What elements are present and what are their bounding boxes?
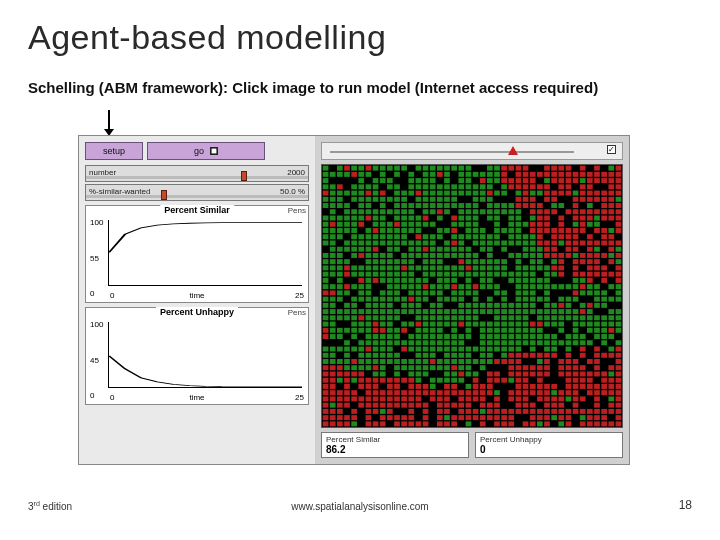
svg-rect-786 xyxy=(566,303,572,308)
svg-rect-60 xyxy=(544,172,550,177)
svg-rect-822 xyxy=(544,309,550,314)
svg-rect-1005 xyxy=(580,340,586,345)
svg-rect-154 xyxy=(458,191,464,196)
svg-rect-214 xyxy=(380,203,386,208)
svg-rect-735 xyxy=(394,297,400,302)
svg-rect-831 xyxy=(323,315,329,320)
svg-rect-1081 xyxy=(358,359,364,364)
svg-rect-940 xyxy=(323,334,329,339)
svg-rect-777 xyxy=(494,303,500,308)
svg-rect-109 xyxy=(387,184,393,189)
svg-rect-247 xyxy=(373,209,379,214)
svg-rect-691 xyxy=(580,284,586,289)
svg-rect-1293 xyxy=(380,396,386,401)
svg-rect-181 xyxy=(366,197,372,202)
svg-rect-1281 xyxy=(594,390,600,395)
svg-rect-1068 xyxy=(544,353,550,358)
svg-rect-697 xyxy=(330,290,336,295)
svg-rect-373 xyxy=(573,228,579,233)
slider-number[interactable]: number 2000 xyxy=(85,165,309,182)
svg-rect-1037 xyxy=(544,347,550,352)
svg-rect-1236 xyxy=(544,384,550,389)
svg-rect-1391 xyxy=(351,415,357,420)
svg-rect-1322 xyxy=(337,403,343,408)
svg-rect-951 xyxy=(423,334,429,339)
svg-rect-1146 xyxy=(323,371,329,376)
svg-rect-959 xyxy=(487,334,493,339)
monitor-percent-unhappy: Percent Unhappy 0 xyxy=(475,432,623,458)
svg-rect-616 xyxy=(508,272,514,277)
svg-rect-1006 xyxy=(587,340,593,345)
svg-rect-734 xyxy=(387,297,393,302)
svg-rect-1014 xyxy=(358,347,364,352)
svg-rect-993 xyxy=(494,340,500,345)
svg-rect-170 xyxy=(580,191,586,196)
svg-rect-622 xyxy=(558,272,564,277)
svg-rect-1378 xyxy=(558,409,564,414)
svg-rect-448 xyxy=(594,240,600,245)
svg-rect-10 xyxy=(387,166,393,171)
svg-rect-383 xyxy=(358,234,364,239)
svg-rect-1157 xyxy=(423,371,429,376)
slider-number-thumb[interactable] xyxy=(241,171,247,181)
svg-rect-1138 xyxy=(544,365,550,370)
svg-rect-43 xyxy=(394,172,400,177)
svg-rect-365 xyxy=(508,228,514,233)
world-view xyxy=(321,164,623,428)
svg-rect-704 xyxy=(394,290,400,295)
svg-rect-628 xyxy=(608,272,614,277)
svg-rect-46 xyxy=(430,172,436,177)
update-checkbox[interactable]: ✓ xyxy=(607,145,616,154)
svg-rect-1111 xyxy=(616,359,622,364)
model-screenshot[interactable]: setup go number 2000 %-similar-wanted 50… xyxy=(78,135,630,465)
svg-rect-654 xyxy=(573,278,579,283)
svg-rect-317 xyxy=(358,222,364,227)
svg-rect-1203 xyxy=(508,378,514,383)
svg-rect-1102 xyxy=(508,359,514,364)
svg-rect-1404 xyxy=(473,415,479,420)
svg-rect-1448 xyxy=(580,421,586,426)
svg-rect-1307 xyxy=(508,396,514,401)
svg-rect-560 xyxy=(373,265,379,270)
svg-rect-708 xyxy=(430,290,436,295)
svg-rect-1435 xyxy=(444,421,450,426)
svg-rect-434 xyxy=(494,240,500,245)
speed-slider[interactable]: ✓ xyxy=(321,142,623,160)
speed-thumb-icon[interactable] xyxy=(508,146,518,155)
svg-rect-415 xyxy=(344,240,350,245)
svg-rect-985 xyxy=(423,340,429,345)
svg-rect-1240 xyxy=(580,384,586,389)
svg-rect-1100 xyxy=(494,359,500,364)
slider-similar-thumb[interactable] xyxy=(161,190,167,200)
svg-rect-1043 xyxy=(616,347,622,352)
svg-rect-137 xyxy=(330,191,336,196)
go-button[interactable]: go xyxy=(147,142,265,160)
svg-rect-699 xyxy=(344,290,350,295)
svg-rect-1010 xyxy=(330,347,336,352)
svg-rect-1414 xyxy=(558,415,564,420)
svg-rect-460 xyxy=(394,247,400,252)
svg-rect-903 xyxy=(601,322,607,327)
svg-rect-737 xyxy=(408,297,414,302)
svg-rect-846 xyxy=(444,315,450,320)
svg-rect-306 xyxy=(580,216,586,221)
svg-rect-380 xyxy=(330,234,336,239)
svg-rect-730 xyxy=(358,297,364,302)
svg-rect-121 xyxy=(480,184,486,189)
setup-button[interactable]: setup xyxy=(85,142,143,160)
svg-rect-641 xyxy=(423,278,429,283)
svg-rect-974 xyxy=(608,334,614,339)
svg-rect-126 xyxy=(523,184,529,189)
svg-rect-1300 xyxy=(437,396,443,401)
svg-rect-1002 xyxy=(558,340,564,345)
svg-rect-23 xyxy=(501,166,507,171)
svg-rect-439 xyxy=(530,240,536,245)
svg-rect-1265 xyxy=(466,390,472,395)
svg-rect-1104 xyxy=(537,359,543,364)
svg-rect-1152 xyxy=(373,371,379,376)
svg-rect-62 xyxy=(558,172,564,177)
slider-similar[interactable]: %-similar-wanted 50.0 % xyxy=(85,184,309,201)
svg-rect-1033 xyxy=(501,347,507,352)
svg-rect-42 xyxy=(380,172,386,177)
svg-rect-27 xyxy=(544,166,550,171)
